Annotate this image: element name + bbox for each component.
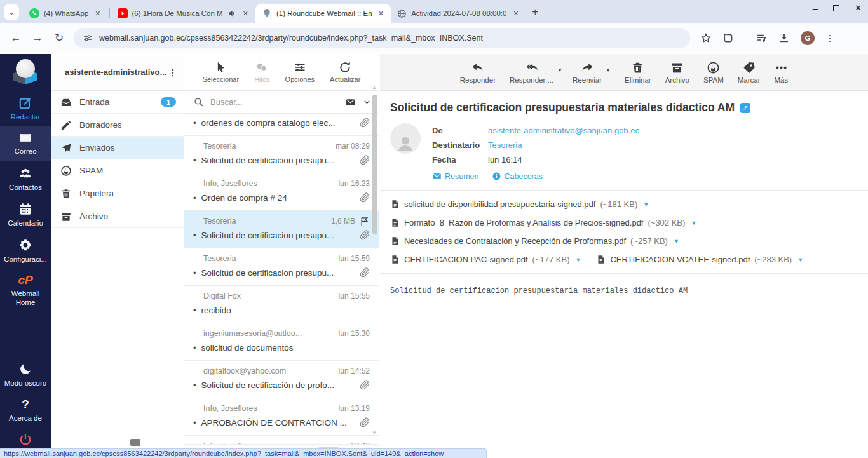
- flag-icon[interactable]: [359, 216, 370, 227]
- tab-search-button[interactable]: ⌄: [4, 4, 19, 20]
- more-button[interactable]: Más: [775, 61, 789, 84]
- list-item[interactable]: Tesoreriamar 08:29 •Solicitud de certifi…: [184, 136, 379, 173]
- headers-link[interactable]: Cabeceras: [492, 172, 543, 181]
- mark-button[interactable]: Marcar: [738, 61, 761, 84]
- list-item[interactable]: digitalfoox@yahoo.comlun 14:52 •Solicitu…: [184, 361, 379, 398]
- sidebar-item-contactos[interactable]: Contactos: [0, 161, 51, 197]
- select-button[interactable]: Seleccionar: [203, 61, 239, 83]
- summary-link[interactable]: Resumen: [432, 172, 479, 181]
- chevron-down-icon[interactable]: [363, 98, 371, 106]
- attachment-item[interactable]: Formato_8_Razón de Proformas y Análisis …: [390, 217, 696, 228]
- tab-actividad[interactable]: Actividad 2024-07-08 08:00:00 ✕: [391, 4, 526, 23]
- folder-archivo[interactable]: Archivo: [51, 205, 184, 228]
- list-item[interactable]: ingeniumasesoria@outloo...lun 15:30 •sol…: [184, 323, 379, 361]
- reload-button[interactable]: ↻: [48, 31, 70, 44]
- close-icon[interactable]: ✕: [376, 9, 386, 18]
- list-item-selected[interactable]: Tesoreria1,6 MB •Solicitud de certificac…: [184, 211, 379, 248]
- unread-dot: •: [193, 381, 196, 390]
- open-in-new-window-icon[interactable]: ↗: [740, 103, 750, 113]
- window-minimize-button[interactable]: –: [813, 3, 818, 13]
- profile-avatar[interactable]: G: [801, 31, 815, 45]
- paperclip-icon: [360, 417, 370, 428]
- side-panel-icon[interactable]: [722, 32, 734, 44]
- list-item[interactable]: Info, Josefloreslun 13:19 •APROBACIÓN DE…: [184, 398, 379, 436]
- list-scrollbar[interactable]: [372, 95, 377, 234]
- window-close-button[interactable]: ✕: [855, 3, 862, 13]
- attachment-item[interactable]: CERTIFICACION VCATEE-signed.pdf (~283 KB…: [596, 254, 803, 265]
- sidebar-item-acerca-de[interactable]: ? Acerca de: [0, 393, 51, 428]
- attachment-item[interactable]: solicitud de disponibilidad presupuestar…: [390, 199, 649, 210]
- reply-button[interactable]: Responder: [460, 61, 496, 84]
- chevron-down-icon[interactable]: ▼: [642, 201, 649, 208]
- sidebar-item-correo[interactable]: Correo: [0, 126, 51, 161]
- refresh-button[interactable]: Actualizar: [330, 61, 360, 83]
- tab-whatsapp[interactable]: (4) WhatsApp ✕: [23, 4, 108, 23]
- mail-icon: [18, 131, 33, 144]
- folder-actions-icon[interactable]: [130, 439, 140, 446]
- list-item[interactable]: Tesorerialun 15:59 •Solicitud de certifi…: [184, 248, 379, 286]
- chevron-down-icon[interactable]: ▼: [574, 257, 581, 263]
- trash-icon: [60, 188, 72, 199]
- folder-spam[interactable]: SPAM: [51, 159, 184, 182]
- tab-roundcube[interactable]: (1) Roundcube Webmail :: Envia ✕: [255, 4, 391, 23]
- chevron-down-icon[interactable]: ▼: [796, 257, 803, 263]
- delete-button[interactable]: Eliminar: [625, 61, 651, 84]
- new-tab-button[interactable]: +: [532, 6, 538, 18]
- sidebar-item-modo-oscuro[interactable]: Modo oscuro: [0, 357, 51, 393]
- message-toolbar: Responder Responder ... ▾ Reenviar ▾ Eli…: [380, 54, 868, 91]
- options-button[interactable]: Opciones: [285, 61, 315, 83]
- close-icon[interactable]: ✕: [93, 9, 102, 18]
- reply-all-button[interactable]: Responder ... ▾: [510, 61, 553, 84]
- folder-borradores[interactable]: Borradores: [51, 114, 184, 137]
- chevron-down-icon[interactable]: ▼: [672, 238, 679, 245]
- paperclip-icon: [360, 230, 370, 240]
- tab-youtube[interactable]: (6) 1Hora De Música Con M ✕: [111, 4, 255, 23]
- back-button[interactable]: ←: [5, 32, 27, 44]
- audio-speaker-icon[interactable]: [227, 9, 236, 18]
- attachment-item[interactable]: CERTIFICACION PAC-signed.pdf (~177 KB) ▼: [390, 254, 581, 265]
- list-item[interactable]: Info, Josefloresvie 13:46 •COMUNICADO: [184, 436, 379, 444]
- chevron-down-icon[interactable]: ▾: [559, 67, 561, 73]
- chevron-down-icon[interactable]: ▾: [607, 67, 609, 73]
- from-address[interactable]: asistente-administrativo@sanjuan.gob.ec: [488, 126, 639, 135]
- threads-button[interactable]: Hilos: [254, 61, 269, 83]
- sidebar-item-redactar[interactable]: Redactar: [0, 91, 51, 126]
- forward-button[interactable]: →: [27, 32, 48, 44]
- close-icon[interactable]: ✕: [511, 9, 520, 18]
- bookmark-star-icon[interactable]: [700, 32, 712, 44]
- moon-icon: [18, 362, 32, 376]
- account-header[interactable]: asistente-administrativo... ⋮: [51, 54, 184, 91]
- site-settings-icon[interactable]: [83, 33, 93, 43]
- scroll-up-icon[interactable]: ▲: [372, 84, 377, 90]
- chrome-menu-icon[interactable]: ⋮: [825, 33, 834, 43]
- pdf-file-icon: [390, 199, 400, 210]
- attachment-item[interactable]: Necesidades de Contratación y Recepción …: [390, 236, 679, 246]
- sidebar-item-calendario[interactable]: Calendario: [0, 197, 51, 232]
- downloads-icon[interactable]: [778, 32, 790, 44]
- forward-button[interactable]: Reenviar ▾: [573, 61, 602, 84]
- folder-entrada[interactable]: Entrada 1: [51, 91, 184, 114]
- person-icon: [395, 132, 416, 154]
- list-item[interactable]: •ordenes de compra catalogo elec...: [184, 114, 379, 136]
- spam-button[interactable]: SPAM: [703, 61, 724, 84]
- address-bar[interactable]: webmail.sanjuan.gob.ec/cpsess8563422242/…: [74, 28, 690, 48]
- account-menu-icon[interactable]: ⋮: [168, 67, 177, 77]
- chevron-down-icon[interactable]: ▼: [689, 220, 696, 226]
- close-icon[interactable]: ✕: [241, 9, 250, 18]
- paper-plane-icon: [60, 142, 72, 154]
- mail-scope-icon[interactable]: [344, 97, 356, 107]
- message-sender: digitalfoox@yahoo.com: [203, 367, 286, 375]
- sidebar-item-configuracion[interactable]: Configuraci...: [0, 233, 51, 269]
- folder-enviados[interactable]: Enviados: [51, 137, 184, 159]
- folder-papelera[interactable]: Papelera: [51, 182, 184, 205]
- window-maximize-button[interactable]: [833, 5, 839, 11]
- to-address[interactable]: Tesoreria: [488, 140, 522, 150]
- list-item[interactable]: Digital Foxlun 15:55 •recibido: [184, 286, 379, 323]
- list-item[interactable]: Info, Josefloreslun 16:23 •Orden de comp…: [184, 173, 379, 211]
- scroll-down-icon[interactable]: ▼: [372, 430, 377, 436]
- sidebar-item-webmail-home[interactable]: cP Webmail Home: [0, 269, 51, 313]
- archive-button[interactable]: Archivo: [665, 61, 689, 84]
- info-icon: [492, 172, 501, 181]
- media-controls-icon[interactable]: [756, 32, 768, 44]
- search-input[interactable]: [210, 97, 338, 107]
